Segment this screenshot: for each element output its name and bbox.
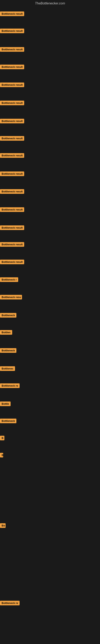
bottleneck-badge[interactable]: Bottlenec xyxy=(0,366,15,371)
bottleneck-item: Bottleneck result xyxy=(0,189,24,194)
bottleneck-badge[interactable]: Bottleneck xyxy=(0,348,16,353)
bottleneck-item: Bottleneck resu xyxy=(0,295,22,300)
bottleneck-item: Bottleneck result xyxy=(0,12,24,17)
bottleneck-badge[interactable]: Bottleneck result xyxy=(0,242,24,247)
bottleneck-item: Bottle xyxy=(0,402,11,407)
bottleneck-badge[interactable]: Bottleneck re xyxy=(0,601,20,605)
bottleneck-badge[interactable]: Bottleneck result xyxy=(0,28,24,33)
bottleneck-badge[interactable]: Bottleneck xyxy=(0,313,16,318)
bottleneck-badge[interactable]: Bottleneck xyxy=(0,418,16,423)
bottleneck-badge[interactable]: Bottleneck result xyxy=(0,12,24,16)
bottleneck-badge[interactable]: Bottleneck result xyxy=(0,172,24,176)
bottleneck-badge[interactable]: Bottleneck result xyxy=(0,82,24,87)
bottleneck-item: Bottleneck result xyxy=(0,47,24,52)
bottleneck-badge[interactable]: Bottleneck resu xyxy=(0,295,22,300)
bottleneck-badge[interactable]: Bottleneck result xyxy=(0,207,24,212)
bottleneck-item: B xyxy=(0,436,4,441)
bottleneck-item: B xyxy=(0,453,3,458)
bottleneck-badge[interactable]: Bottleneck result xyxy=(0,64,24,69)
bottleneck-badge[interactable]: Bottle xyxy=(0,402,11,406)
bottleneck-badge[interactable]: Bottleneck result xyxy=(0,260,24,264)
bottleneck-item: Bottleneck result xyxy=(0,260,24,265)
bottleneck-item: Bottlen xyxy=(0,330,12,336)
bottleneck-item: Bottleneck result xyxy=(0,64,24,70)
bottleneck-item: Bottleneck result xyxy=(0,136,24,142)
bottleneck-badge[interactable]: Bottleneck result xyxy=(0,119,24,123)
bottleneck-item: Bottleneck xyxy=(0,348,16,354)
bottleneck-badge[interactable]: Bottleneck result xyxy=(0,136,24,141)
bottleneck-badge[interactable]: Bottlen xyxy=(0,330,12,335)
bottleneck-item: Bottleneck xyxy=(0,313,16,318)
bottleneck-item: Bottleneck result xyxy=(0,242,24,248)
bottleneck-item: Bo xyxy=(0,523,6,529)
bottleneck-item: Bottleneck result xyxy=(0,100,24,106)
bottleneck-item: Bottleneck re xyxy=(0,384,20,389)
bottleneck-item: Bottleneck result xyxy=(0,207,24,213)
bottleneck-badge[interactable]: B xyxy=(0,453,3,458)
bottleneck-item: Bottleneck xyxy=(0,418,16,424)
bottleneck-badge[interactable]: Bottleneck result xyxy=(0,153,24,158)
bottleneck-item: Bottleneck result xyxy=(0,172,24,177)
bottleneck-item: Bottleneck result xyxy=(0,82,24,88)
bottleneck-badge[interactable]: Bottleneck result xyxy=(0,189,24,194)
bottleneck-item: Bottlenec xyxy=(0,366,15,372)
bottleneck-item: Bottleneck result xyxy=(0,153,24,158)
bottleneck-badge[interactable]: Bottleneck result xyxy=(0,47,24,52)
site-title: TheBottlenecker.com xyxy=(0,0,100,6)
bottleneck-item: Bottleneck result xyxy=(0,226,24,231)
bottleneck-badge[interactable]: Bottleneck re xyxy=(0,384,20,388)
bottleneck-badge[interactable]: Bottleneck r xyxy=(0,277,18,282)
bottleneck-item: Bottleneck result xyxy=(0,28,24,34)
bottleneck-badge[interactable]: Bo xyxy=(0,523,6,528)
bottleneck-badge[interactable]: Bottleneck result xyxy=(0,226,24,230)
bottleneck-item: Bottleneck r xyxy=(0,277,18,283)
bottleneck-badge[interactable]: Bottleneck result xyxy=(0,100,24,105)
bottleneck-item: Bottleneck re xyxy=(0,601,20,606)
bottleneck-badge[interactable]: B xyxy=(0,436,4,440)
bottleneck-item: Bottleneck result xyxy=(0,119,24,124)
